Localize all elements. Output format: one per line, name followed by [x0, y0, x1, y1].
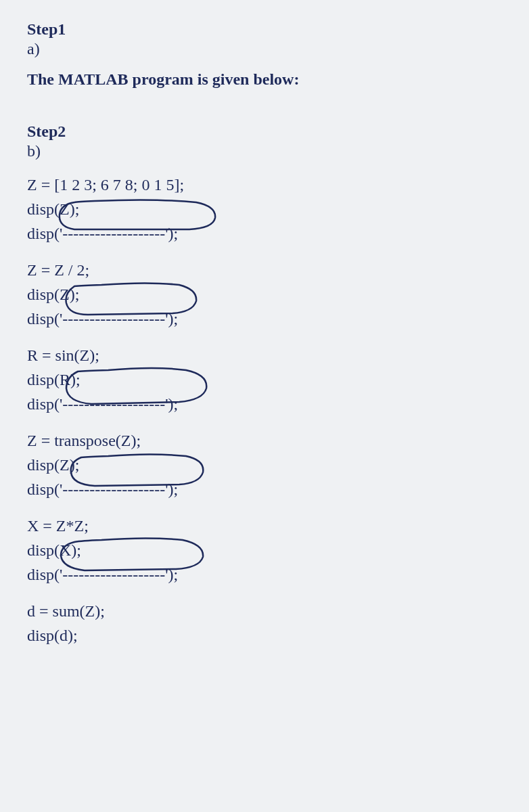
code-group-2: Z = Z / 2; disp(Z); disp('--------------…	[27, 258, 502, 331]
code-line: disp(R);	[27, 367, 502, 392]
code-line: disp('-------------------');	[27, 562, 502, 587]
code-line: disp('-------------------');	[27, 477, 502, 501]
step1-heading: Step1	[27, 20, 502, 39]
step1-sub: a)	[27, 40, 502, 58]
code-block: Z = [1 2 3; 6 7 8; 0 1 5]; disp(Z); disp…	[27, 173, 502, 648]
program-title: The MATLAB program is given below:	[27, 70, 502, 89]
code-line: disp(d);	[27, 623, 502, 648]
code-group-5: X = Z*Z; disp(X); disp('----------------…	[27, 514, 502, 587]
code-line: disp(Z);	[27, 453, 502, 477]
code-line: Z = [1 2 3; 6 7 8; 0 1 5];	[27, 173, 502, 197]
code-group-1: Z = [1 2 3; 6 7 8; 0 1 5]; disp(Z); disp…	[27, 173, 502, 246]
code-line: disp('-------------------');	[27, 307, 502, 331]
step2-sub: b)	[27, 142, 502, 160]
code-line: d = sum(Z);	[27, 599, 502, 623]
code-group-6: d = sum(Z); disp(d);	[27, 599, 502, 648]
code-group-3: R = sin(Z); disp(R); disp('-------------…	[27, 343, 502, 416]
step1-section: Step1 a) The MATLAB program is given bel…	[27, 20, 502, 89]
code-line: disp(Z);	[27, 197, 502, 221]
step2-heading: Step2	[27, 122, 502, 141]
code-line: disp(Z);	[27, 282, 502, 307]
code-line: Z = transpose(Z);	[27, 428, 502, 453]
code-group-4: Z = transpose(Z); disp(Z); disp('-------…	[27, 428, 502, 501]
code-line: disp('-------------------');	[27, 221, 502, 246]
code-line: disp(X);	[27, 538, 502, 562]
code-line: Z = Z / 2;	[27, 258, 502, 282]
step2-section: Step2 b)	[27, 122, 502, 160]
code-line: X = Z*Z;	[27, 514, 502, 538]
code-line: disp('-------------------');	[27, 392, 502, 416]
code-line: R = sin(Z);	[27, 343, 502, 367]
